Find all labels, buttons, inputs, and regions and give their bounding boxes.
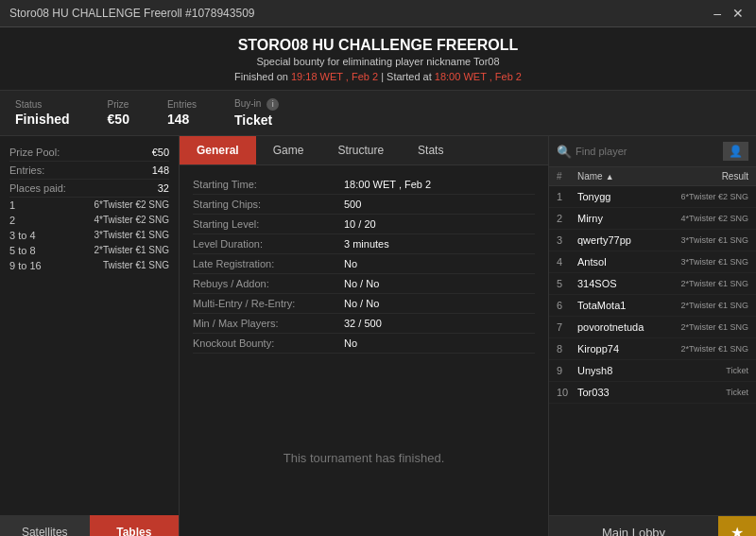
player-name: Antsol — [577, 256, 673, 268]
entries-value: 148 — [167, 112, 197, 127]
player-result: 3*Twister €1 SNG — [673, 257, 748, 267]
table-row[interactable]: 9Unysh8Ticket — [549, 360, 756, 382]
entries-key: Entries: — [9, 164, 44, 176]
status-bar: Status Finished Prize €50 Entries 148 Bu… — [0, 91, 756, 136]
table-row[interactable]: 4Antsol3*Twister €1 SNG — [549, 251, 756, 273]
main-content: Prize Pool: €50 Entries: 148 Places paid… — [0, 136, 756, 536]
player-name: povorotnetuda — [577, 321, 673, 333]
list-item: 9 to 16Twister €1 SNG — [9, 258, 169, 273]
buyin-value: Ticket — [234, 112, 279, 128]
player-result: 2*Twister €1 SNG — [673, 279, 748, 288]
table-row[interactable]: 6TotaMota12*Twister €1 SNG — [549, 295, 756, 317]
prize-value: €50 — [108, 112, 129, 127]
prize-entries: 16*Twister €2 SNG24*Twister €2 SNG3 to 4… — [9, 198, 169, 273]
list-item: Starting Chips:500 — [193, 195, 535, 215]
entries-val: 148 — [152, 164, 169, 176]
search-icon: 🔍 — [557, 145, 572, 159]
window-controls: – ✕ — [711, 6, 747, 21]
table-row[interactable]: 2Mirny4*Twister €2 SNG — [549, 208, 756, 230]
table-row[interactable]: 1Tonygg6*Twister €2 SNG — [549, 186, 756, 208]
status-item-entries: Entries 148 — [167, 99, 197, 127]
table-row[interactable]: 3qwerty77pp3*Twister €1 SNG — [549, 230, 756, 251]
player-name: TotaMota1 — [577, 300, 673, 311]
tab-structure[interactable]: Structure — [320, 136, 401, 164]
tab-general[interactable]: General — [180, 136, 256, 164]
info-value: 500 — [344, 199, 361, 210]
prize-amount: 6*Twister €2 SNG — [94, 199, 169, 211]
finished-time: 19:18 WET , Feb 2 — [291, 71, 378, 82]
prize-label: Prize — [108, 99, 129, 110]
info-value: No — [344, 258, 357, 269]
tab-bar: General Game Structure Stats — [180, 136, 548, 165]
prize-rank: 3 to 4 — [9, 230, 36, 241]
player-result: 2*Twister €1 SNG — [673, 301, 748, 310]
prize-amount: 2*Twister €1 SNG — [94, 245, 169, 256]
player-rank: 3 — [557, 234, 577, 246]
list-item: 24*Twister €2 SNG — [9, 213, 169, 228]
player-name: Kiropp74 — [577, 343, 673, 354]
table-row[interactable]: 5314SOS2*Twister €1 SNG — [549, 273, 756, 295]
info-value: No / No — [344, 278, 379, 289]
sort-arrow-icon: ▲ — [606, 172, 614, 182]
info-key: Knockout Bounty: — [193, 337, 344, 349]
col-name-header: Name ▲ — [577, 171, 673, 182]
buyin-info-icon[interactable]: i — [266, 98, 279, 111]
player-result: Ticket — [673, 366, 748, 375]
main-lobby-button[interactable]: Main Lobby — [549, 516, 718, 536]
list-item: Multi-Entry / Re-Entry:No / No — [193, 294, 535, 314]
entries-row: Entries: 148 — [9, 162, 169, 180]
window-title: Storo08 HU CHALLENGE Freeroll #107894350… — [9, 7, 254, 20]
list-item: Level Duration:3 minutes — [193, 234, 535, 254]
close-button[interactable]: ✕ — [730, 6, 747, 21]
table-row[interactable]: 7povorotnetuda2*Twister €1 SNG — [549, 317, 756, 338]
table-row[interactable]: 8Kiropp742*Twister €1 SNG — [549, 338, 756, 360]
info-value: 3 minutes — [344, 238, 389, 250]
status-label: Status — [15, 99, 70, 110]
timing-prefix: Finished on — [234, 71, 288, 82]
prize-rank: 9 to 16 — [9, 260, 42, 271]
player-result: 4*Twister €2 SNG — [673, 214, 748, 223]
info-value: 18:00 WET , Feb 2 — [344, 179, 431, 190]
info-key: Starting Level: — [193, 218, 344, 230]
tournament-subtitle: Special bounty for eliminating player ni… — [0, 56, 756, 67]
player-result: 2*Twister €1 SNG — [673, 344, 748, 354]
info-key: Min / Max Players: — [193, 318, 344, 329]
status-item-buyin: Buy-in i Ticket — [234, 98, 279, 128]
bottom-buttons: Satellites Tables — [0, 515, 179, 536]
info-key: Multi-Entry / Re-Entry: — [193, 298, 344, 309]
satellites-button[interactable]: Satellites — [0, 515, 90, 536]
player-result: 2*Twister €1 SNG — [673, 322, 748, 332]
player-name: Unysh8 — [577, 365, 673, 376]
prize-rank: 2 — [9, 215, 15, 226]
prize-table: Prize Pool: €50 Entries: 148 Places paid… — [0, 136, 179, 515]
player-rank: 5 — [557, 278, 577, 289]
player-rank: 9 — [557, 365, 577, 376]
places-paid-row: Places paid: 32 — [9, 180, 169, 198]
general-tab-content: Starting Time:18:00 WET , Feb 2Starting … — [180, 165, 548, 367]
favorite-button[interactable]: ★ — [718, 516, 756, 536]
player-rank: 6 — [557, 300, 577, 311]
player-result: Ticket — [673, 388, 748, 397]
buyin-label: Buy-in i — [234, 98, 279, 111]
tab-stats[interactable]: Stats — [401, 136, 460, 164]
find-player-button[interactable]: 👤 — [723, 142, 748, 161]
info-value: 10 / 20 — [344, 218, 376, 230]
prize-pool-label: Prize Pool: — [9, 147, 60, 158]
entries-label: Entries — [167, 99, 197, 110]
tournament-header: STORO08 HU CHALLENGE FREEROLL Special bo… — [0, 27, 756, 91]
table-row[interactable]: 10Tor033Ticket — [549, 382, 756, 404]
tables-button[interactable]: Tables — [90, 515, 180, 536]
right-panel: 🔍 👤 # Name ▲ Result 1Tonygg6*Twister €2 … — [548, 136, 756, 536]
info-value: No — [344, 337, 357, 349]
player-list: 1Tonygg6*Twister €2 SNG2Mirny4*Twister €… — [549, 186, 756, 515]
general-info-rows: Starting Time:18:00 WET , Feb 2Starting … — [193, 175, 535, 354]
tab-game[interactable]: Game — [256, 136, 321, 164]
minimize-button[interactable]: – — [711, 6, 724, 21]
finished-message: This tournament has finished. — [180, 367, 548, 536]
started-time: 18:00 WET , Feb 2 — [435, 71, 522, 82]
prize-rank: 5 to 8 — [9, 245, 36, 256]
search-input[interactable] — [576, 146, 719, 157]
info-value: No / No — [344, 298, 379, 309]
col-rank-header: # — [557, 171, 577, 182]
middle-panel: General Game Structure Stats Starting Ti… — [180, 136, 548, 536]
